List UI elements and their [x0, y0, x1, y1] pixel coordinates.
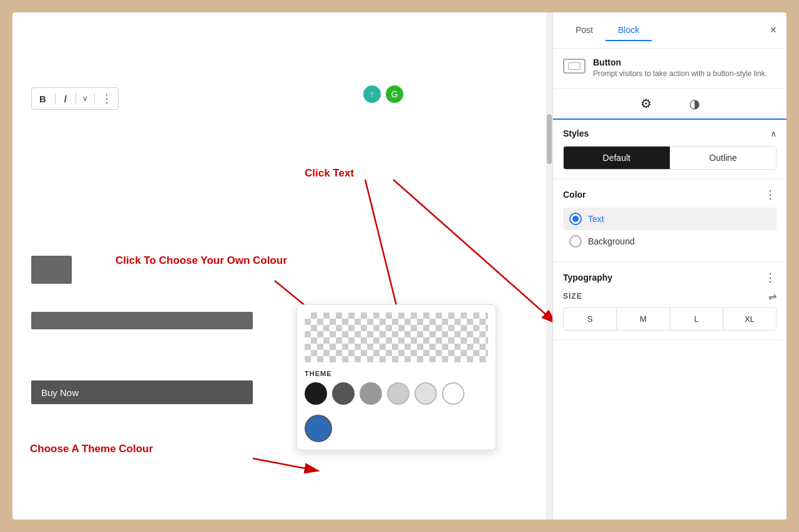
size-m-button[interactable]: M: [617, 308, 670, 330]
buy-now-label: Buy Now: [41, 387, 79, 398]
settings-icon[interactable]: ⚙: [640, 96, 652, 111]
toolbar-divider: [55, 93, 56, 104]
typography-section: Typography ⋮ SIZE ⇌ S M L XL: [553, 262, 787, 340]
annotation-choose-colour: Click To Choose Your Own Colour: [115, 254, 287, 267]
style-buttons: Default Outline: [563, 146, 777, 170]
block-info: Button Prompt visitors to take action wi…: [553, 49, 787, 89]
italic-button[interactable]: /: [62, 92, 69, 105]
close-button[interactable]: ×: [770, 24, 777, 37]
swatch-lighter-gray[interactable]: [414, 382, 437, 405]
block-title: Button: [593, 57, 767, 67]
editor-toolbar: B / ∨ ⋮: [31, 87, 119, 110]
color-text-label: Text: [588, 214, 604, 224]
swatch-black[interactable]: [305, 382, 327, 405]
styles-chevron-icon[interactable]: ∧: [770, 128, 777, 138]
color-text-radio[interactable]: [569, 213, 582, 225]
main-frame: B / ∨ ⋮ ↑ G Buy Now Click Text Click To …: [12, 12, 787, 520]
styles-section: Styles ∧ Default Outline: [553, 120, 787, 179]
avatar-group: ↑ G: [362, 84, 404, 104]
color-section-header: Color ⋮: [563, 188, 777, 201]
block-description: Prompt visitors to take action with a bu…: [593, 69, 767, 79]
toolbar-divider3: [94, 93, 95, 104]
color-more-icon[interactable]: ⋮: [765, 188, 777, 201]
styles-section-header: Styles ∧: [563, 128, 777, 138]
gray-block-2: [31, 312, 253, 329]
svg-line-4: [393, 180, 552, 323]
panel-icons-row: ⚙ ◑: [553, 89, 787, 120]
swatch-med-gray[interactable]: [360, 382, 382, 405]
outline-style-button[interactable]: Outline: [670, 147, 777, 169]
styles-icon[interactable]: ◑: [689, 96, 700, 111]
typography-more-icon[interactable]: ⋮: [765, 271, 777, 284]
block-icon: [563, 59, 586, 74]
color-section-title: Color: [563, 190, 586, 200]
right-panel: Post Block × Button Prompt visitors to t…: [552, 12, 787, 520]
tab-post[interactable]: Post: [563, 20, 605, 41]
panel-header: Post Block ×: [553, 12, 787, 49]
svg-line-3: [253, 458, 318, 471]
swatch-white[interactable]: [442, 382, 464, 405]
size-xl-button[interactable]: XL: [723, 308, 776, 330]
color-swatches: [305, 382, 488, 442]
styles-title: Styles: [563, 128, 589, 138]
size-s-button[interactable]: S: [564, 308, 617, 330]
button-icon: [568, 62, 581, 70]
swatch-light-gray[interactable]: [387, 382, 409, 405]
default-style-button[interactable]: Default: [564, 147, 670, 169]
color-background-label: Background: [588, 236, 635, 246]
swatch-blue[interactable]: [305, 415, 332, 442]
avatar-user1: ↑: [362, 84, 382, 104]
more-options-icon[interactable]: ⋮: [101, 92, 113, 105]
color-background-radio[interactable]: [569, 235, 582, 248]
bold-button[interactable]: B: [37, 92, 49, 105]
theme-label: THEME: [305, 370, 488, 377]
size-l-button[interactable]: L: [670, 308, 723, 330]
avatar-user2: G: [385, 84, 404, 104]
color-background-option[interactable]: Background: [563, 230, 777, 253]
block-details: Button Prompt visitors to take action wi…: [593, 57, 767, 79]
typography-section-header: Typography ⋮: [563, 271, 777, 284]
chevron-down-icon[interactable]: ∨: [82, 94, 88, 103]
color-picker-popup[interactable]: THEME: [297, 304, 496, 450]
buy-now-button[interactable]: Buy Now: [31, 380, 253, 404]
gray-block-1: [31, 256, 72, 284]
toolbar-divider2: [76, 93, 76, 104]
size-settings-icon[interactable]: ⇌: [768, 291, 777, 302]
color-preview-area[interactable]: [305, 312, 488, 362]
color-text-option[interactable]: Text: [563, 208, 777, 230]
size-header: SIZE ⇌: [563, 291, 777, 302]
size-buttons: S M L XL: [563, 307, 777, 331]
size-label: SIZE: [563, 292, 582, 301]
swatch-dark-gray[interactable]: [332, 382, 355, 405]
color-section: Color ⋮ Text Background: [553, 179, 787, 262]
typography-title: Typography: [563, 273, 612, 283]
annotation-click-text: Click Text: [305, 167, 354, 180]
annotation-theme-colour: Choose A Theme Colour: [30, 443, 153, 455]
editor-area: B / ∨ ⋮ ↑ G Buy Now Click Text Click To …: [12, 12, 552, 520]
tab-block[interactable]: Block: [605, 20, 652, 41]
